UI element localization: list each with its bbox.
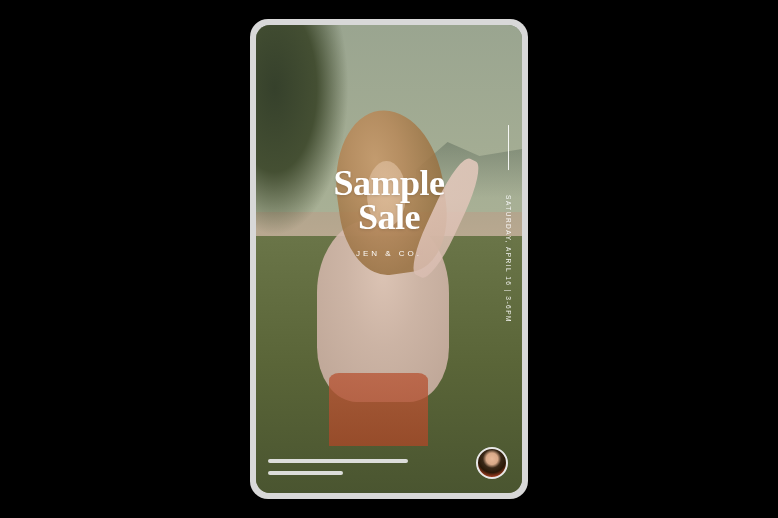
title-line-2: Sale [333, 201, 444, 235]
phone-frame: Sample Sale JEN & CO. SATURDAY, APRIL 16… [250, 19, 528, 499]
story-text-overlay: Sample Sale JEN & CO. [333, 167, 444, 258]
caption-placeholder [268, 459, 408, 475]
event-info-sidebar: SATURDAY, APRIL 16 | 3-6PM [505, 195, 512, 323]
story-screen[interactable]: Sample Sale JEN & CO. SATURDAY, APRIL 16… [256, 25, 522, 493]
story-title: Sample Sale [333, 167, 444, 235]
title-line-1: Sample [333, 167, 444, 201]
divider-line [508, 125, 509, 170]
text-line-2 [268, 471, 343, 475]
event-datetime: SATURDAY, APRIL 16 | 3-6PM [505, 195, 512, 323]
user-avatar[interactable] [476, 447, 508, 479]
brand-label: JEN & CO. [333, 249, 444, 258]
background-photo [256, 25, 522, 493]
text-line-1 [268, 459, 408, 463]
